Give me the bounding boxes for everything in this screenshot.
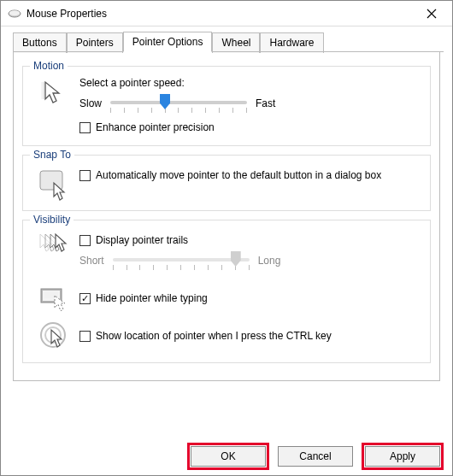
enhance-precision-label: Enhance pointer precision	[96, 121, 215, 133]
ctrl-pointer-label: Show location of pointer when I press th…	[96, 330, 332, 342]
pointer-speed-icon	[32, 77, 79, 109]
mouse-icon	[8, 7, 21, 21]
hide-pointer-checkbox[interactable]: Hide pointer while typing	[79, 292, 421, 304]
group-motion-title: Motion	[30, 60, 68, 72]
ctrl-pointer-icon	[32, 320, 79, 354]
checkbox-icon	[79, 331, 91, 342]
svg-rect-4	[40, 171, 62, 190]
titlebar: Mouse Properties	[1, 1, 452, 26]
long-label: Long	[258, 255, 281, 267]
group-motion: Motion Select a pointer speed: Slow	[22, 66, 431, 146]
window-title: Mouse Properties	[26, 8, 415, 20]
close-button[interactable]	[415, 2, 449, 26]
group-snap-title: Snap To	[30, 149, 74, 161]
pointer-trails-slider	[113, 251, 250, 270]
slow-label: Slow	[79, 97, 102, 109]
checkbox-icon	[79, 170, 91, 181]
checkbox-icon	[79, 122, 91, 133]
tab-pointer-options[interactable]: Pointer Options	[123, 32, 213, 52]
hide-pointer-label: Hide pointer while typing	[96, 292, 208, 304]
apply-button[interactable]: Apply	[365, 446, 440, 467]
tab-wheel[interactable]: Wheel	[212, 32, 260, 53]
cancel-button[interactable]: Cancel	[278, 446, 353, 467]
short-label: Short	[79, 255, 104, 267]
tab-pointers[interactable]: Pointers	[67, 32, 123, 53]
auto-move-label: Automatically move pointer to the defaul…	[96, 169, 381, 181]
pointer-trails-icon	[32, 231, 79, 258]
svg-point-1	[9, 10, 20, 15]
group-visibility: Visibility Display pointer trails	[22, 220, 431, 363]
ctrl-pointer-checkbox[interactable]: Show location of pointer when I press th…	[79, 330, 421, 342]
snap-to-icon	[32, 166, 79, 202]
tab-buttons[interactable]: Buttons	[13, 32, 67, 53]
group-visibility-title: Visibility	[30, 214, 74, 226]
pointer-trails-checkbox[interactable]: Display pointer trails	[79, 234, 421, 246]
dialog-buttons: OK Cancel Apply	[191, 446, 440, 467]
pointer-speed-label: Select a pointer speed:	[79, 77, 421, 89]
group-snap-to: Snap To Automatically move pointer to th…	[22, 155, 431, 211]
enhance-precision-checkbox[interactable]: Enhance pointer precision	[79, 121, 421, 133]
checkbox-icon	[79, 293, 91, 304]
pointer-trails-label: Display pointer trails	[96, 234, 188, 246]
mouse-properties-window: Mouse Properties Buttons Pointers Pointe…	[0, 0, 453, 476]
tab-hardware[interactable]: Hardware	[260, 32, 323, 53]
checkbox-icon	[79, 235, 91, 246]
tab-strip: Buttons Pointers Pointer Options Wheel H…	[1, 26, 452, 52]
tab-panel-pointer-options: Motion Select a pointer speed: Slow	[13, 52, 440, 381]
ok-button[interactable]: OK	[191, 446, 266, 467]
auto-move-checkbox[interactable]: Automatically move pointer to the defaul…	[79, 169, 421, 181]
fast-label: Fast	[256, 97, 275, 109]
pointer-speed-slider[interactable]	[110, 94, 247, 113]
hide-pointer-icon	[32, 284, 79, 311]
